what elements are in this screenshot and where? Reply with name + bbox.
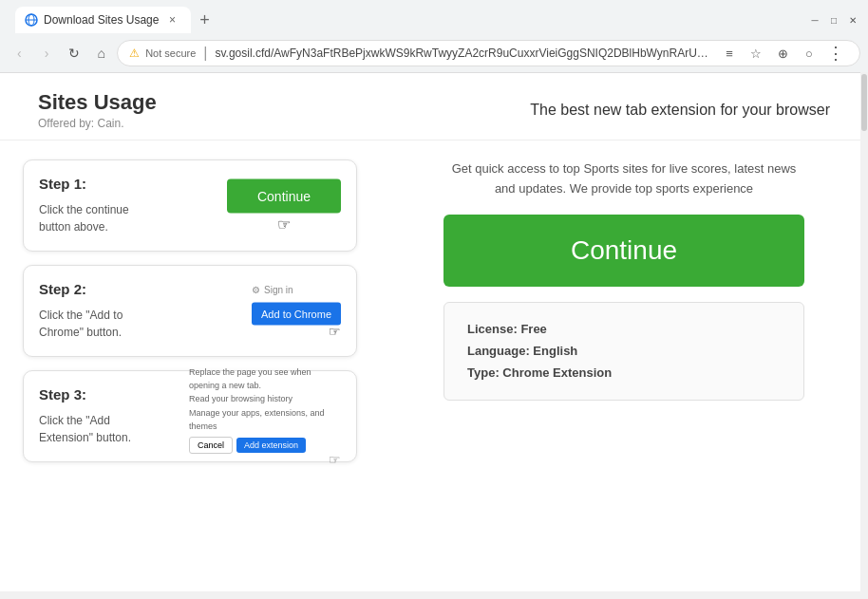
- logo-title: Sites Usage: [38, 90, 157, 115]
- main-continue-button[interactable]: Continue: [443, 215, 804, 287]
- gear-icon: ⚙: [252, 284, 260, 294]
- close-window-button[interactable]: ✕: [845, 12, 860, 28]
- step-3-desc-lines: Replace the page you see when opening a …: [189, 365, 341, 434]
- step-1-visual: Continue ☞: [227, 178, 341, 233]
- step-3-line2: Read your browsing history: [189, 392, 341, 405]
- main-content: Step 1: Click the continue button above.…: [0, 140, 868, 599]
- type-value: Chrome Extension: [502, 365, 612, 380]
- info-box: License: Free Language: English Type: Ch…: [443, 302, 804, 401]
- tab-title: Download Sites Usage: [44, 13, 159, 27]
- step-2-bar: ⚙ Sign in: [252, 284, 341, 294]
- add-to-chrome-button[interactable]: Add to Chrome: [252, 302, 341, 325]
- not-secure-label: Not secure: [145, 47, 196, 59]
- window-controls: ─ □ ✕: [807, 12, 860, 28]
- page-content: Sites Usage Offered by: Cain. The best n…: [0, 73, 868, 599]
- forward-button[interactable]: ›: [35, 40, 59, 66]
- logo-subtitle: Offered by: Cain.: [38, 117, 157, 130]
- cursor-hand-2-icon: ☞: [189, 452, 341, 467]
- language-value: English: [533, 344, 577, 358]
- step-2-desc: Click the "Add to Chrome" button.: [39, 307, 143, 341]
- security-icon: ⚠: [129, 47, 140, 60]
- step-3-visual: Replace the page you see when opening a …: [189, 365, 341, 468]
- step-2-visual: ⚙ Sign in Add to Chrome ☞: [252, 284, 341, 338]
- license-row: License: Free: [467, 318, 781, 340]
- extensions-button[interactable]: ⊕: [770, 41, 795, 66]
- page-header: Sites Usage Offered by: Cain. The best n…: [0, 73, 868, 140]
- language-label: Language:: [467, 344, 530, 358]
- type-row: Type: Chrome Extension: [467, 362, 781, 384]
- license-label: License:: [467, 322, 518, 336]
- read-mode-button[interactable]: ≡: [717, 41, 742, 66]
- step-1-continue-button[interactable]: Continue: [227, 178, 341, 213]
- step-3-extension-dialog: Replace the page you see when opening a …: [189, 365, 341, 468]
- back-button[interactable]: ‹: [8, 40, 31, 66]
- step-2-card: Step 2: Click the "Add to Chrome" button…: [23, 265, 357, 357]
- address-bar: ‹ › ↻ ⌂ ⚠ Not secure | sv.gosil.cfd/AwFy…: [0, 34, 868, 72]
- tab-close-button[interactable]: ×: [164, 12, 179, 28]
- steps-panel: Step 1: Click the continue button above.…: [0, 140, 380, 599]
- address-input-wrap[interactable]: ⚠ Not secure | sv.gosil.cfd/AwFyN3aFtRBe…: [117, 40, 860, 66]
- menu-button[interactable]: ⋮: [823, 41, 848, 66]
- maximize-button[interactable]: □: [826, 12, 841, 28]
- step-1-card: Step 1: Click the continue button above.…: [23, 159, 357, 252]
- home-button[interactable]: ⌂: [89, 40, 113, 66]
- logo-area: Sites Usage Offered by: Cain.: [38, 90, 157, 130]
- type-label: Type:: [467, 365, 500, 380]
- tagline: The best new tab extension for your brow…: [530, 102, 830, 119]
- browser-chrome: Download Sites Usage × + ─ □ ✕ ‹ › ↻ ⌂ ⚠…: [0, 0, 868, 73]
- license-value: Free: [520, 322, 546, 336]
- minimize-button[interactable]: ─: [807, 12, 822, 28]
- step-3-add-extension-button[interactable]: Add extension: [236, 438, 306, 453]
- promo-text: Get quick access to top Sports sites for…: [443, 159, 804, 199]
- bottom-scrollbar[interactable]: [0, 591, 860, 599]
- tab-bar: Download Sites Usage × +: [15, 7, 800, 33]
- step-3-cancel-button[interactable]: Cancel: [189, 437, 233, 454]
- scroll-track[interactable]: [860, 72, 868, 599]
- scroll-thumb[interactable]: [861, 74, 867, 131]
- tab-favicon: [25, 13, 38, 27]
- step-3-line3: Manage your apps, extensions, and themes: [189, 406, 341, 434]
- right-panel: Get quick access to top Sports sites for…: [380, 140, 868, 599]
- language-row: Language: English: [467, 340, 781, 362]
- title-bar: Download Sites Usage × + ─ □ ✕: [0, 0, 868, 34]
- separator: |: [203, 45, 207, 62]
- cursor-hand-icon: ☞: [252, 323, 341, 338]
- step-3-desc: Click the "Add Extension" button.: [39, 412, 143, 446]
- profile-button[interactable]: ○: [797, 41, 821, 66]
- refresh-button[interactable]: ↻: [63, 40, 86, 66]
- address-actions: ≡ ☆ ⊕ ○ ⋮: [717, 41, 848, 66]
- url-text: sv.gosil.cfd/AwFyN3aFtRBePjxwkWS9kRwTwyy…: [215, 47, 711, 60]
- cursor-icon: ☞: [227, 215, 341, 233]
- step-1-desc: Click the continue button above.: [39, 201, 143, 235]
- step-3-line1: Replace the page you see when opening a …: [189, 365, 341, 393]
- step-3-card: Step 3: Click the "Add Extension" button…: [23, 370, 357, 462]
- signin-label: Sign in: [264, 284, 293, 294]
- bookmark-button[interactable]: ☆: [744, 41, 768, 66]
- new-tab-button[interactable]: +: [191, 7, 217, 33]
- add-chrome-wrap: Add to Chrome: [252, 302, 341, 325]
- active-tab[interactable]: Download Sites Usage ×: [15, 7, 191, 33]
